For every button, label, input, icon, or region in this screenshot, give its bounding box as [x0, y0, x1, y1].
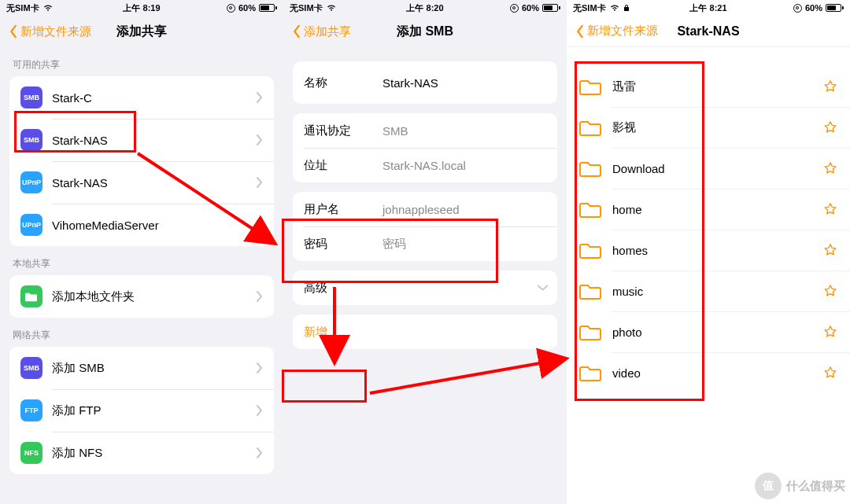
lock-icon — [623, 4, 630, 12]
chevron-right-icon — [256, 134, 263, 145]
folder-icon — [579, 159, 601, 178]
star-icon[interactable] — [823, 202, 837, 216]
name-row[interactable]: 名称 Stark-NAS — [293, 61, 557, 104]
folder-row[interactable]: photo — [567, 311, 850, 352]
add-ftp-row[interactable]: FTP 添加 FTP — [9, 389, 274, 432]
star-icon[interactable] — [823, 120, 837, 134]
folder-row[interactable]: home — [567, 189, 850, 230]
advanced-label: 高级 — [304, 281, 539, 296]
pane-add-smb: 无SIM卡 上午 8:20 60% 添加共享 添加 SMB 名称 Stark-N… — [283, 0, 567, 504]
folder-row[interactable]: 影视 — [567, 107, 850, 148]
folder-row[interactable]: Download — [567, 148, 850, 189]
chevron-left-icon — [8, 24, 19, 39]
star-icon[interactable] — [823, 161, 837, 175]
back-button[interactable]: 新增文件来源 — [8, 24, 91, 39]
status-bar: 无SIM卡 上午 8:19 60% — [0, 0, 283, 16]
protocol-row[interactable]: 通讯协定 SMB — [293, 113, 557, 148]
folder-label: music — [612, 285, 823, 298]
carrier-text: 无SIM卡 — [573, 2, 606, 14]
carrier-text: 无SIM卡 — [290, 2, 323, 14]
folder-row[interactable]: video — [567, 352, 850, 393]
smb-icon: SMB — [20, 357, 42, 379]
wifi-icon — [42, 4, 54, 12]
star-icon[interactable] — [823, 366, 837, 380]
protocol-label: 通讯协定 — [304, 123, 382, 138]
nfs-icon: NFS — [20, 442, 42, 464]
section-network: 网络共享 — [0, 318, 283, 347]
chevron-right-icon — [256, 362, 263, 373]
connection-card: 通讯协定 SMB 位址 Stark-NAS.local — [293, 113, 557, 182]
folder-list: 迅雷 影视 Download home homes — [567, 47, 850, 393]
password-row[interactable]: 密码 密码 — [293, 226, 557, 261]
add-smb-row[interactable]: SMB 添加 SMB — [9, 347, 274, 389]
name-card: 名称 Stark-NAS — [293, 61, 557, 104]
folder-icon — [579, 77, 601, 96]
share-label: Stark-NAS — [52, 134, 256, 147]
sync-icon — [510, 4, 519, 13]
watermark: 值 什么值得买 — [755, 473, 845, 499]
upnp-icon: UPnP — [20, 171, 42, 193]
username-label: 用户名 — [304, 202, 382, 217]
ftp-icon: FTP — [20, 399, 42, 421]
wifi-icon — [609, 4, 620, 12]
sync-icon — [227, 4, 235, 13]
chevron-right-icon — [256, 92, 263, 103]
folder-row[interactable]: homes — [567, 230, 850, 270]
folder-label: homes — [612, 244, 823, 257]
navbar: 新增文件来源 添加共享 — [0, 16, 283, 47]
back-button[interactable]: 新增文件来源 — [575, 24, 658, 39]
folder-icon — [579, 322, 601, 341]
back-label: 新增文件来源 — [20, 24, 91, 39]
share-row-vihome[interactable]: UPnP VihomeMediaServer — [9, 204, 274, 246]
folder-icon — [579, 200, 601, 219]
battery-icon — [259, 4, 277, 12]
clock: 上午 8:21 — [689, 2, 726, 14]
back-button[interactable]: 添加共享 — [291, 24, 351, 39]
clock: 上午 8:19 — [123, 2, 160, 14]
folder-label: home — [612, 203, 823, 216]
page-title: 添加 SMB — [397, 24, 453, 40]
credentials-card: 用户名 johnappleseed 密码 密码 — [293, 192, 557, 261]
chevron-right-icon — [256, 447, 263, 458]
star-icon[interactable] — [823, 79, 837, 94]
chevron-left-icon — [291, 24, 302, 39]
pane-add-share: 无SIM卡 上午 8:19 60% 新增文件来源 添加共享 可用的共享 SMB … — [0, 0, 283, 504]
chevron-right-icon — [256, 219, 263, 230]
upnp-icon: UPnP — [20, 214, 42, 236]
folder-row[interactable]: 迅雷 — [567, 66, 850, 107]
net-label: 添加 NFS — [52, 446, 256, 461]
password-placeholder: 密码 — [382, 237, 546, 252]
battery-icon — [826, 4, 844, 12]
folder-label: photo — [612, 326, 823, 339]
chevron-right-icon — [256, 291, 263, 302]
folder-label: 影视 — [612, 120, 823, 135]
smb-icon: SMB — [20, 129, 42, 151]
share-row-stark-c[interactable]: SMB Stark-C — [9, 76, 274, 119]
page-title: 添加共享 — [116, 24, 167, 40]
chevron-right-icon — [256, 405, 263, 416]
battery-icon — [542, 4, 560, 12]
section-available: 可用的共享 — [0, 47, 283, 76]
back-label: 新增文件来源 — [587, 24, 658, 39]
pane-stark-nas: 无SIM卡 上午 8:21 60% 新增文件来源 Stark-NAS 迅雷 影视 — [567, 0, 850, 504]
protocol-value: SMB — [382, 124, 546, 138]
share-label: VihomeMediaServer — [52, 219, 256, 232]
address-row[interactable]: 位址 Stark-NAS.local — [293, 148, 557, 182]
folder-label: video — [612, 366, 823, 380]
add-button[interactable]: 新增 — [293, 315, 557, 349]
folder-label: 迅雷 — [612, 79, 823, 94]
advanced-row[interactable]: 高级 — [293, 270, 557, 305]
network-card: SMB 添加 SMB FTP 添加 FTP NFS 添加 NFS — [9, 347, 274, 474]
battery-pct: 60% — [805, 3, 822, 13]
page-title: Stark-NAS — [677, 24, 739, 39]
smb-icon: SMB — [20, 86, 42, 109]
add-local-folder-row[interactable]: 添加本地文件夹 — [9, 275, 274, 318]
star-icon[interactable] — [823, 243, 837, 257]
star-icon[interactable] — [823, 284, 837, 298]
share-row-stark-nas-upnp[interactable]: UPnP Stark-NAS — [9, 161, 274, 204]
star-icon[interactable] — [823, 325, 837, 339]
share-row-stark-nas-smb[interactable]: SMB Stark-NAS — [9, 119, 274, 161]
folder-row[interactable]: music — [567, 270, 850, 311]
username-row[interactable]: 用户名 johnappleseed — [293, 192, 557, 226]
add-nfs-row[interactable]: NFS 添加 NFS — [9, 432, 274, 474]
